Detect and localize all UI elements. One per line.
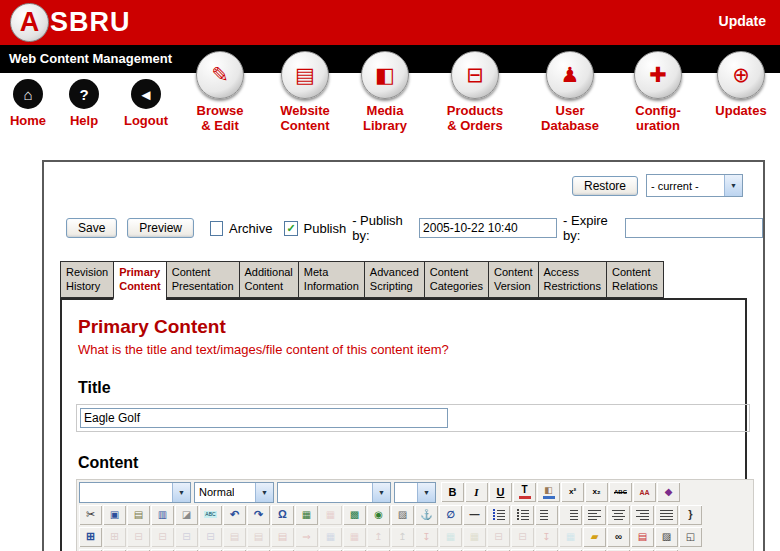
paste-button[interactable]: ▤ [127,505,150,525]
anchor-button[interactable]: ⚓ [415,505,438,525]
tab-content-presentation[interactable]: ContentPresentation [166,261,239,298]
align-center-icon [612,510,625,520]
italic-button[interactable]: I [465,482,488,502]
tab-additional-content[interactable]: AdditionalContent [239,261,298,298]
redo-button[interactable]: ↷ [247,505,270,525]
nav-updates[interactable]: ⊕Updates [706,45,776,134]
paragraph-format-select-value: Normal [195,486,234,498]
nav-home[interactable]: ⌂Home [0,45,56,134]
nav-products-orders[interactable]: ⊟Products& Orders [420,45,530,134]
placeholder-button[interactable]: } [679,505,702,525]
print-icon: ▨ [398,510,407,520]
bulleted-list-button[interactable] [511,505,534,525]
column-properties-icon: ▦ [566,532,575,542]
insert-media-button[interactable]: ▩ [343,505,366,525]
actions-bar: Save Preview Archive ✓ Publish - Publish… [44,197,763,243]
underline-button[interactable]: U [489,482,512,502]
content-label: Content [78,454,731,472]
fill-color-button[interactable]: ◧ [537,482,560,502]
style-select[interactable]: ▼ [277,482,391,503]
numbered-list-button[interactable] [487,505,510,525]
publish-checkbox[interactable]: ✓ [284,221,297,236]
nav-logout-label: Logout [124,114,168,129]
tab-primary-content[interactable]: PrimaryContent [113,261,166,300]
spellcheck-book-button[interactable]: ◆ [657,482,680,502]
nav-help[interactable]: ?Help [56,45,112,134]
special-character-button[interactable]: Ω [271,505,294,525]
superscript-button[interactable]: x² [561,482,584,502]
expire-by-input[interactable] [625,218,763,238]
open-folder-button[interactable]: ▰ [583,527,606,547]
subscript-button[interactable]: x₂ [585,482,608,502]
preview-button[interactable]: Preview [127,218,194,238]
paragraph-format-select[interactable]: Normal▼ [194,482,274,503]
change-case-button[interactable]: AA [633,482,656,502]
nav-browse-edit[interactable]: ✎Browse& Edit [180,45,260,134]
templates-button[interactable]: ▤ [631,527,654,547]
print-page-button[interactable]: ▨ [655,527,678,547]
align-left-button[interactable] [583,505,606,525]
align-right-button[interactable] [631,505,654,525]
version-select[interactable]: - current - ▼ [646,174,743,197]
horizontal-rule-button[interactable]: — [463,505,486,525]
spell-check-icon: ABC [204,511,216,518]
strikethrough-button[interactable]: ABC [609,482,632,502]
insert-link-button[interactable]: ◉ [367,505,390,525]
restore-button[interactable]: Restore [572,176,638,196]
insert-cell-after-button: ▤ [247,527,270,547]
font-name-select[interactable]: ▼ [79,482,191,503]
text-color-button[interactable]: T [513,482,536,502]
title-field-cell [76,404,750,432]
nav-logout[interactable]: ◄Logout [112,45,180,134]
archive-checkbox[interactable] [210,221,223,236]
chevron-down-icon: ▼ [255,483,273,502]
remove-format-button[interactable]: ◪ [175,505,198,525]
cut-icon: ✂ [86,509,95,520]
font-size-select[interactable]: ▼ [394,482,436,503]
tab-revision-history[interactable]: RevisionHistory [60,261,113,298]
shapes-icon: ◧ [361,51,409,99]
table-grid-icon: ▦ [470,532,479,542]
insert-table-button[interactable]: ⊞ [79,527,102,547]
decrease-indent-button[interactable] [535,505,558,525]
tab-access-restrictions[interactable]: AccessRestrictions [538,261,606,298]
print-button[interactable]: ▨ [391,505,414,525]
undo-button[interactable]: ↶ [223,505,246,525]
publish-label: Publish [304,221,347,236]
justify-button[interactable] [655,505,678,525]
table-grid-button: ▦ [463,527,486,547]
cut-button[interactable]: ✂ [79,505,102,525]
nav-website-content[interactable]: ▤WebsiteContent [260,45,350,134]
publish-by-input[interactable] [419,218,557,238]
paste-from-word-button[interactable]: ▥ [151,505,174,525]
spell-check-button[interactable]: ABC [199,505,222,525]
paste-icon: ▤ [134,510,143,520]
increase-indent-button[interactable] [559,505,582,525]
insert-image-button[interactable]: ▦ [295,505,318,525]
unlink-button[interactable]: ∅ [439,505,462,525]
nav-media-library[interactable]: ◧MediaLibrary [350,45,420,134]
find-button[interactable]: ∞ [607,527,630,547]
save-button[interactable]: Save [66,218,117,238]
align-center-button[interactable] [607,505,630,525]
nav-configuration[interactable]: ✚Config-uration [610,45,706,134]
nav-browse-edit-label: Browse& Edit [197,104,244,134]
nav-user-database[interactable]: ♟UserDatabase [530,45,610,134]
tab-advanced-scripting[interactable]: AdvancedScripting [364,261,424,298]
update-link[interactable]: Update [719,13,766,29]
bold-button[interactable]: B [441,482,464,502]
tab-content-version[interactable]: ContentVersion [488,261,538,298]
merge-down-button: ⊟ [511,527,534,547]
row-properties-icon: ▦ [326,532,335,542]
delete-column-icon: ↧ [542,532,550,542]
toolbar-row-1: ▼Normal▼▼▼ BIUT◧x²x₂ABCAA◆ [79,481,751,504]
tab-content: Primary Content What is the title and te… [60,298,747,551]
tab-content-relations[interactable]: ContentRelations [606,261,664,298]
page-question: What is the title and text/images/file c… [78,342,731,357]
tab-meta-information[interactable]: MetaInformation [298,261,364,298]
tab-content-categories[interactable]: ContentCategories [424,261,488,298]
find-icon: ∞ [615,532,622,542]
print-preview-button[interactable]: ◱ [679,527,702,547]
copy-button[interactable]: ▣ [103,505,126,525]
title-input[interactable] [80,408,448,428]
